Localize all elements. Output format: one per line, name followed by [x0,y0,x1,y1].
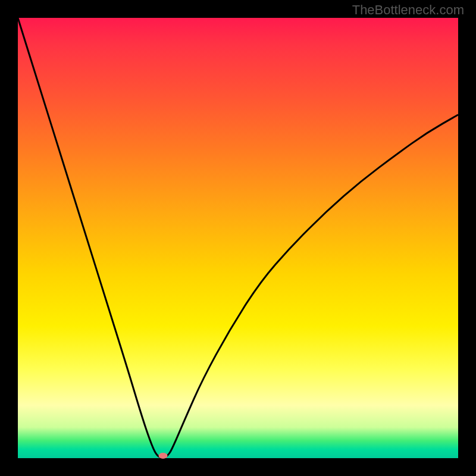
bottleneck-curve [18,18,458,458]
chart-frame: TheBottleneck.com [0,0,476,476]
watermark-text: TheBottleneck.com [352,2,464,18]
plot-area [18,18,458,458]
optimum-marker [159,453,168,459]
